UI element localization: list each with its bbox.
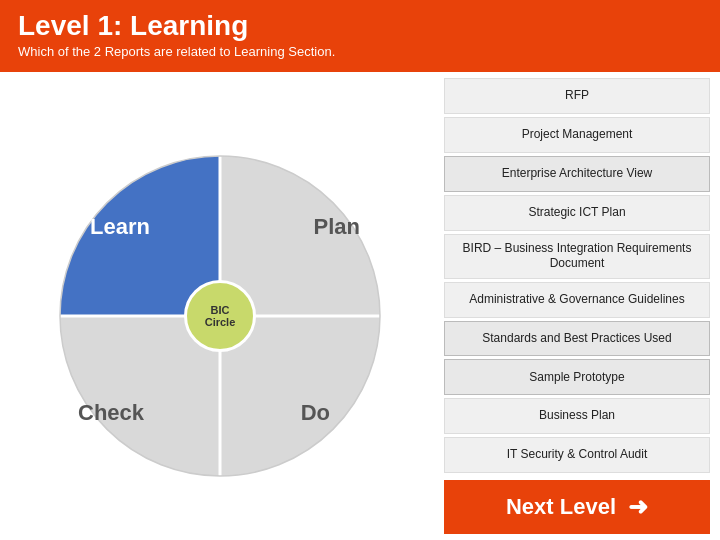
- report-item-admin-governance[interactable]: Administrative & Governance Guidelines: [444, 282, 710, 318]
- diagram-panel: Learn Plan Check Do BIC Circle: [0, 72, 440, 540]
- header: Level 1: Learning Which of the 2 Reports…: [0, 0, 720, 72]
- report-item-sample-prototype[interactable]: Sample Prototype: [444, 359, 710, 395]
- next-level-arrow-icon: ➜: [628, 493, 648, 521]
- page-title: Level 1: Learning: [18, 10, 702, 42]
- bic-center-line1: BIC: [211, 304, 230, 316]
- report-item-it-security[interactable]: IT Security & Control Audit: [444, 437, 710, 473]
- report-item-standards-best-practices[interactable]: Standards and Best Practices Used: [444, 321, 710, 357]
- do-label: Do: [301, 400, 330, 426]
- right-panel: RFP Project Management Enterprise Archit…: [440, 72, 720, 540]
- report-item-bird[interactable]: BIRD – Business Integration Requirements…: [444, 234, 710, 279]
- bic-center-circle: BIC Circle: [184, 280, 256, 352]
- bic-center-line2: Circle: [205, 316, 236, 328]
- next-level-button[interactable]: Next Level ➜: [444, 480, 710, 534]
- plan-label: Plan: [314, 214, 360, 240]
- report-item-strategic-ict[interactable]: Strategic ICT Plan: [444, 195, 710, 231]
- check-label: Check: [78, 400, 144, 426]
- report-item-project-management[interactable]: Project Management: [444, 117, 710, 153]
- report-item-rfp[interactable]: RFP: [444, 78, 710, 114]
- learn-label: Learn: [90, 214, 150, 240]
- report-item-business-plan[interactable]: Business Plan: [444, 398, 710, 434]
- main-content: Learn Plan Check Do BIC Circle RFP Proje…: [0, 72, 720, 540]
- header-subtitle: Which of the 2 Reports are related to Le…: [18, 44, 702, 59]
- bic-circle-diagram: Learn Plan Check Do BIC Circle: [50, 146, 390, 486]
- next-level-label: Next Level: [506, 494, 616, 520]
- report-item-enterprise-architecture[interactable]: Enterprise Architecture View: [444, 156, 710, 192]
